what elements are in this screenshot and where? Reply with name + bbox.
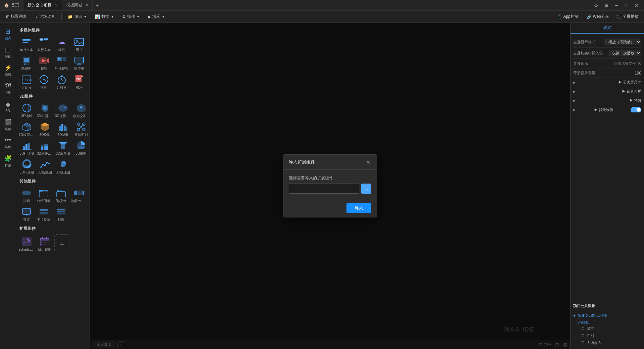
tab-template-market[interactable]: 模板商城 ✕ xyxy=(62,0,93,10)
section-effects[interactable]: ▶ 特效 xyxy=(573,96,641,105)
comp-add-extension[interactable]: + xyxy=(54,234,70,252)
tab-new-project-close[interactable]: ✕ xyxy=(55,3,58,7)
sidebar-item-3d[interactable]: ◆ 3D xyxy=(1,98,15,115)
web-share-icon: 🔗 xyxy=(587,14,592,19)
canvas-area[interactable]: 导入扩展组件 ✕ 选择需要导入的扩展组件 ... 导入 WAA IDE 子大屏 xyxy=(90,23,570,349)
section-big-screen[interactable]: ▶ 子大屏尺寸 xyxy=(573,78,641,87)
comp-tabs[interactable]: Tab 选项卡 xyxy=(53,186,69,204)
transition-button[interactable]: ▷ 过场动画 xyxy=(32,12,59,21)
comp-rose3d[interactable]: 3D玫瑰图 xyxy=(54,158,72,176)
bg-music-file[interactable]: 点击选择文件 xyxy=(614,61,636,66)
comp-stackbar3d[interactable]: 3D堆叠柱状图 xyxy=(36,139,54,157)
checkbox-income[interactable]: ☐ xyxy=(581,341,585,345)
comp-tab-panel[interactable]: 分组面板 xyxy=(36,186,52,204)
comp-echarts[interactable]: echarts折线 xyxy=(18,234,36,253)
modal-file-input[interactable] xyxy=(289,184,359,194)
comp-popup[interactable]: 弹窗 xyxy=(18,205,35,223)
comp-video[interactable]: 视频 xyxy=(36,54,52,72)
sidebar-item-media[interactable]: 🎬 媒体 xyxy=(1,116,15,134)
data-button[interactable]: 📊 数据 ▼ xyxy=(92,12,117,21)
comp-image[interactable]: 图片 xyxy=(71,35,88,53)
bg-music-clear[interactable]: ✕ xyxy=(637,61,641,66)
svg-rect-102 xyxy=(57,213,65,214)
effects-label: ▶ 特效 xyxy=(629,98,641,103)
modal-browse-button[interactable]: ... xyxy=(361,184,371,194)
bg-music-value: 点击选择文件 ✕ xyxy=(614,61,641,66)
tab-style[interactable]: 样式 xyxy=(571,23,644,34)
tab-new-project[interactable]: 新的空白项目 ✕ xyxy=(23,0,62,10)
comp-line3d[interactable]: 3D折线图 xyxy=(36,158,54,176)
titlebar: 🏠 首页 新的空白项目 ✕ 模板商城 ✕ + ⟳ ⚙ ─ □ ✕ xyxy=(0,0,644,11)
modal-import-button[interactable]: 导入 xyxy=(346,203,371,213)
carousel-icon xyxy=(21,55,32,66)
close-button[interactable]: ✕ xyxy=(632,1,641,10)
comp-funnel3d[interactable]: 3D漏斗图 xyxy=(54,139,72,157)
comp-pdf[interactable]: PDF PDF xyxy=(71,73,88,91)
checkbox-city[interactable]: ☐ xyxy=(581,327,585,331)
comp-worldmap3d[interactable]: 3D世界地图 xyxy=(54,101,72,119)
comp-iframe[interactable]: iframe iframe xyxy=(18,73,35,91)
svg-rect-62 xyxy=(28,143,30,150)
comp-pie3d[interactable]: 3D饼图 xyxy=(72,139,90,157)
comp-button[interactable]: 按钮 xyxy=(18,186,35,204)
data-sheet1[interactable]: Sheet1 xyxy=(573,319,641,325)
model3d-icon xyxy=(40,121,50,132)
add-workbook-label[interactable]: 新建 XLSX 工作表 xyxy=(578,313,607,318)
sidebar-item-extend[interactable]: 🧩 扩展 xyxy=(1,152,15,170)
svg-point-79 xyxy=(44,165,46,166)
comp-tab-group[interactable]: 选项卡按钮 xyxy=(70,186,88,204)
city3d-label: 3D城市 xyxy=(58,133,69,137)
sidebar-item-components[interactable]: ⊞ 组件 xyxy=(1,26,15,43)
comp-city3d[interactable]: 3D城市 xyxy=(54,120,72,138)
comp-multi-text[interactable]: 多行文本 xyxy=(36,35,52,53)
comp-carousel-video[interactable]: 轮播视频 xyxy=(53,54,70,72)
comp-globe3d[interactable]: 3D地球 xyxy=(18,101,36,119)
comp-model3dmap[interactable]: 3D模型地图 xyxy=(18,120,36,138)
scene-list-button[interactable]: ⊞ 场景列表 xyxy=(3,12,30,21)
comp-custom3dmap[interactable]: 自定义3D地图 xyxy=(72,101,90,119)
modal-close-button[interactable]: ✕ xyxy=(365,159,371,165)
sidebar-item-advanced[interactable]: ⚡ 高级 xyxy=(1,62,15,79)
section-bg-screen[interactable]: ▶ 背景大屏 xyxy=(573,87,641,96)
comp-time[interactable]: 时间 xyxy=(36,73,52,91)
comp-monitor[interactable]: 监控图 xyxy=(71,54,88,72)
bg-settings-toggle[interactable] xyxy=(631,107,641,112)
comp-drone[interactable]: 航拍图影 xyxy=(72,120,90,138)
refresh-button[interactable]: ⟳ xyxy=(592,1,601,10)
sidebar-item-map[interactable]: 🗺 地图 xyxy=(1,80,15,97)
section-bg-settings[interactable]: ▶ 背景设置 xyxy=(573,105,641,114)
svg-point-12 xyxy=(26,63,27,65)
minimize-button[interactable]: ─ xyxy=(612,1,621,10)
comp-bar3d[interactable]: 3D柱状图 xyxy=(18,139,36,157)
settings-button[interactable]: ⚙ xyxy=(602,1,611,10)
fullscreen-transition-select[interactable]: 仅第一次播放 xyxy=(609,50,641,56)
comp-dropdown[interactable]: 下拉菜单 xyxy=(36,205,52,223)
fullscreen-button[interactable]: ⛶ 全屏播放 xyxy=(614,12,641,21)
sidebar-item-other[interactable]: ••• 其他 xyxy=(1,134,15,152)
comp-single-text[interactable]: 单行文本 xyxy=(18,35,35,53)
sidebar-item-basics[interactable]: ◫ 基础 xyxy=(1,44,15,61)
checkbox-gender[interactable]: ☐ xyxy=(581,334,585,338)
display-mode-select[interactable]: 播放（不滚动） xyxy=(605,39,641,45)
comp-chinamap3d[interactable]: 3D中国地图 xyxy=(36,101,54,119)
comp-word-cloud[interactable]: ☁ 词云 xyxy=(53,35,70,53)
comp-list[interactable]: 列表 xyxy=(53,205,69,223)
comp-timer[interactable]: 计时器 xyxy=(53,73,70,91)
maximize-button[interactable]: □ xyxy=(622,1,631,10)
svg-rect-7 xyxy=(75,38,84,46)
comp-calendar[interactable]: 日历视图 xyxy=(36,234,53,253)
iframe-icon: iframe xyxy=(21,74,32,85)
web-share-button[interactable]: 🔗 Web分享 xyxy=(584,12,612,21)
comp-carousel[interactable]: 轮播图 xyxy=(18,54,35,72)
operation-button[interactable]: ⚙ 操作 ▼ xyxy=(119,12,143,21)
presentation-button[interactable]: ▶ 演示 ▼ xyxy=(145,12,168,21)
app-control-button[interactable]: 📱 App控制 xyxy=(554,12,581,21)
sheet1-label[interactable]: Sheet1 xyxy=(577,320,589,324)
add-tab-button[interactable]: + xyxy=(93,3,102,8)
comp-model3d[interactable]: 3D模型 xyxy=(36,120,54,138)
project-button[interactable]: 📁 项目 ▼ xyxy=(64,12,90,21)
tab-home[interactable]: 🏠 首页 xyxy=(0,0,23,10)
data-add-workbook[interactable]: + 新建 XLSX 工作表 xyxy=(573,312,641,319)
comp-ring3d[interactable]: 3D环形图 xyxy=(18,158,36,176)
tab-template-market-close[interactable]: ✕ xyxy=(86,3,88,7)
